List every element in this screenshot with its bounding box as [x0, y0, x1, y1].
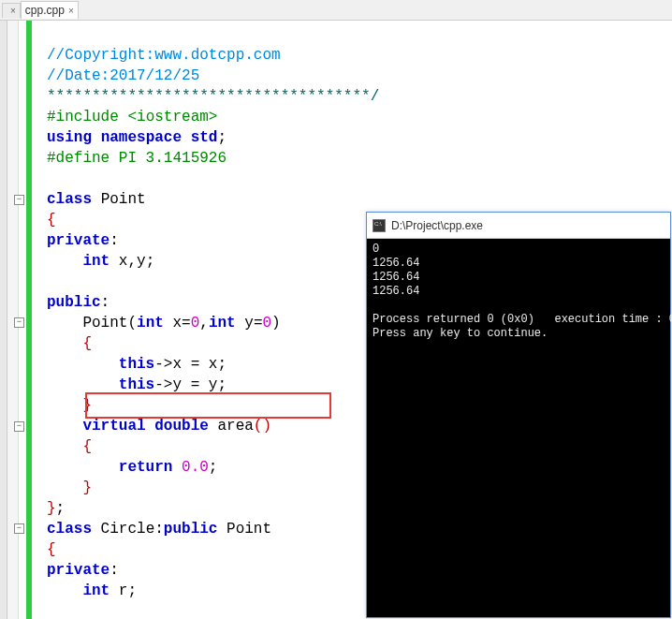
- tab-left-remnant[interactable]: ×: [2, 3, 21, 18]
- code-token: public: [47, 294, 101, 311]
- code-token: int: [137, 315, 164, 332]
- code-token: namespace: [101, 129, 182, 146]
- code-token: int: [209, 315, 236, 332]
- console-titlebar[interactable]: D:\Project\cpp.exe: [367, 213, 670, 239]
- code-token: std: [191, 129, 218, 146]
- code-token: using: [47, 129, 92, 146]
- code-line: //Date:2017/12/25: [47, 67, 199, 84]
- code-token: x,y;: [110, 253, 154, 270]
- console-icon: [373, 219, 386, 232]
- code-token: private: [47, 232, 110, 249]
- line-number-gutter: [0, 21, 7, 619]
- code-token: Point: [82, 315, 127, 332]
- code-line: //Copyright:www.dotcpp.com: [47, 47, 281, 64]
- tab-label: cpp.cpp: [25, 4, 65, 17]
- code-line: #define PI 3.1415926: [47, 150, 226, 167]
- code-token: int: [82, 253, 110, 270]
- close-icon[interactable]: ×: [68, 6, 74, 16]
- code-token: <iostream>: [127, 109, 217, 125]
- code-token: #include: [47, 109, 127, 125]
- code-token: {: [47, 212, 56, 228]
- console-title: D:\Project\cpp.exe: [391, 219, 483, 232]
- code-token: Point: [101, 191, 146, 208]
- highlight-annotation: [85, 392, 331, 419]
- close-icon[interactable]: ×: [10, 6, 16, 16]
- tab-bar: × cpp.cpp ×: [0, 0, 672, 21]
- code-line: ************************************/: [47, 88, 379, 105]
- code-token: class: [47, 191, 92, 208]
- tab-cpp[interactable]: cpp.cpp ×: [21, 1, 79, 19]
- marker-column: − − − −: [7, 21, 19, 619]
- console-output: 0 1256.64 1256.64 1256.64 Process return…: [367, 239, 670, 345]
- console-window[interactable]: D:\Project\cpp.exe 0 1256.64 1256.64 125…: [366, 212, 671, 618]
